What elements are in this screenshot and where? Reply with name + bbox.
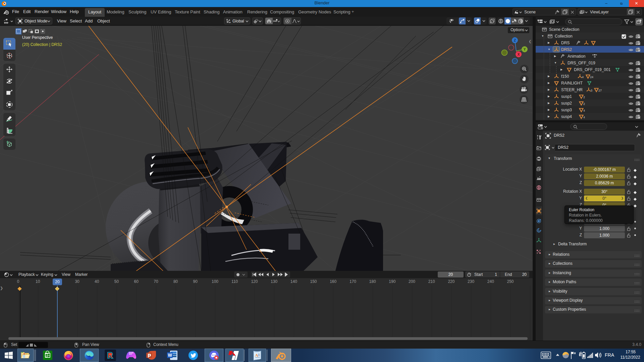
svg-text:Z: Z bbox=[514, 39, 516, 42]
svg-text:X: X bbox=[518, 53, 520, 56]
svg-text:Y: Y bbox=[524, 48, 526, 51]
svg-text:A: A bbox=[255, 353, 258, 358]
